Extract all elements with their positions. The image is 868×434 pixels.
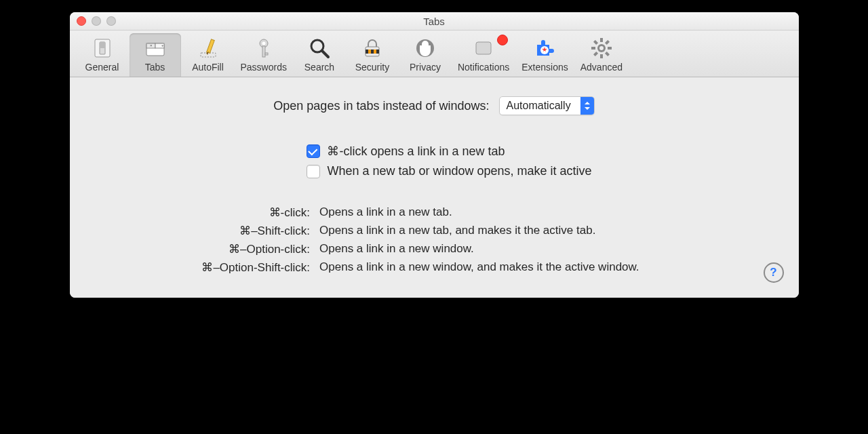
notifications-badge-icon — [497, 35, 508, 45]
svg-rect-9 — [206, 39, 214, 54]
open-pages-row: Open pages in tabs instead of windows: A… — [89, 96, 780, 115]
toolbar-item-label: Tabs — [145, 62, 165, 73]
toolbar-item-passwords[interactable]: Passwords — [235, 33, 292, 77]
toolbar-item-autofill[interactable]: AutoFill — [182, 33, 234, 77]
svg-point-12 — [262, 42, 265, 45]
toolbar-item-label: General — [85, 62, 119, 73]
svg-marker-37 — [585, 107, 590, 110]
svg-point-35 — [599, 46, 604, 50]
toolbar-item-privacy[interactable]: Privacy — [399, 33, 451, 77]
svg-rect-19 — [366, 50, 368, 54]
toolbar-item-advanced[interactable]: Advanced — [575, 33, 628, 77]
security-icon — [360, 36, 384, 60]
advanced-icon — [589, 36, 614, 60]
svg-rect-20 — [371, 50, 374, 54]
svg-rect-34 — [605, 52, 610, 56]
checkbox-icon — [307, 144, 320, 158]
general-icon — [90, 36, 115, 60]
privacy-icon — [413, 36, 437, 60]
toolbar-item-label: Notifications — [458, 62, 509, 73]
shortcut-desc: Opens a link in a new tab, and makes it … — [319, 224, 639, 238]
open-pages-value: Automatically — [500, 97, 580, 115]
select-stepper-icon — [580, 97, 594, 115]
svg-rect-32 — [593, 52, 598, 56]
toolbar-item-label: Advanced — [580, 62, 623, 73]
titlebar: Tabs — [70, 12, 799, 31]
window-title: Tabs — [70, 16, 799, 27]
toolbar-item-extensions[interactable]: Extensions — [516, 33, 573, 77]
shortcut-keys: ⌘–Option-click: — [201, 242, 310, 256]
search-icon — [307, 36, 332, 60]
svg-rect-23 — [476, 42, 491, 54]
shortcut-keys: ⌘-click: — [201, 205, 310, 220]
toolbar-item-label: Passwords — [241, 62, 287, 73]
make-active-checkbox[interactable]: When a new tab or window opens, make it … — [307, 164, 591, 178]
svg-rect-14 — [265, 53, 268, 55]
svg-text:×: × — [150, 43, 153, 47]
extensions-icon — [532, 36, 557, 60]
close-window-button[interactable] — [77, 16, 86, 26]
svg-rect-31 — [605, 40, 610, 45]
notifications-icon — [471, 36, 496, 60]
toolbar-item-label: Search — [304, 62, 334, 73]
tabs-icon: ×+ — [143, 36, 167, 60]
zoom-window-button[interactable] — [106, 16, 116, 26]
svg-rect-13 — [262, 46, 265, 57]
toolbar-item-label: Privacy — [410, 62, 441, 73]
checkbox-icon — [307, 165, 320, 178]
options-group: ⌘-click opens a link in a new tab When a… — [276, 144, 591, 178]
help-button[interactable]: ? — [764, 262, 784, 283]
autofill-icon — [196, 36, 220, 60]
toolbar-item-label: AutoFill — [192, 62, 224, 73]
minimize-window-button[interactable] — [92, 16, 101, 26]
tabs-pane: Open pages in tabs instead of windows: A… — [70, 77, 799, 298]
help-icon: ? — [770, 266, 776, 279]
open-pages-label: Open pages in tabs instead of windows: — [273, 99, 489, 113]
window-controls — [70, 16, 116, 26]
shortcut-desc: Opens a link in a new tab. — [319, 205, 639, 220]
svg-rect-27 — [600, 38, 603, 42]
toolbar-item-search[interactable]: Search — [294, 33, 345, 77]
cmd-click-checkbox[interactable]: ⌘-click opens a link in a new tab — [307, 144, 505, 159]
svg-line-16 — [322, 51, 328, 57]
shortcut-legend: ⌘-click: Opens a link in a new tab. ⌘–Sh… — [70, 205, 780, 275]
passwords-icon — [252, 36, 276, 60]
svg-text:+: + — [161, 43, 164, 47]
toolbar-item-label: Security — [355, 62, 390, 73]
toolbar-item-general[interactable]: General — [77, 33, 128, 77]
toolbar-item-security[interactable]: Security — [347, 33, 398, 77]
svg-rect-30 — [591, 47, 595, 50]
svg-rect-33 — [593, 40, 598, 45]
checkbox-label: ⌘-click opens a link in a new tab — [327, 144, 505, 159]
svg-marker-36 — [585, 102, 590, 104]
toolbar-item-notifications[interactable]: Notifications — [452, 33, 515, 77]
shortcut-keys: ⌘–Option-Shift-click: — [201, 260, 310, 275]
svg-rect-28 — [600, 54, 603, 58]
shortcut-keys: ⌘–Shift-click: — [201, 224, 310, 238]
preferences-toolbar: General ×+ Tabs AutoFill Passwords Searc… — [70, 31, 799, 77]
open-pages-select[interactable]: Automatically — [499, 96, 595, 115]
toolbar-item-tabs[interactable]: ×+ Tabs — [130, 33, 181, 77]
shortcut-desc: Opens a link in a new window. — [319, 242, 639, 256]
preferences-window: Tabs General ×+ Tabs AutoFill Passwords — [70, 12, 799, 298]
svg-rect-2 — [100, 42, 105, 48]
svg-rect-8 — [201, 53, 216, 57]
toolbar-item-label: Extensions — [521, 62, 568, 73]
shortcut-desc: Opens a link in a new window, and makes … — [319, 260, 639, 275]
svg-rect-21 — [376, 50, 379, 54]
svg-rect-29 — [608, 47, 612, 50]
checkbox-label: When a new tab or window opens, make it … — [327, 164, 591, 178]
